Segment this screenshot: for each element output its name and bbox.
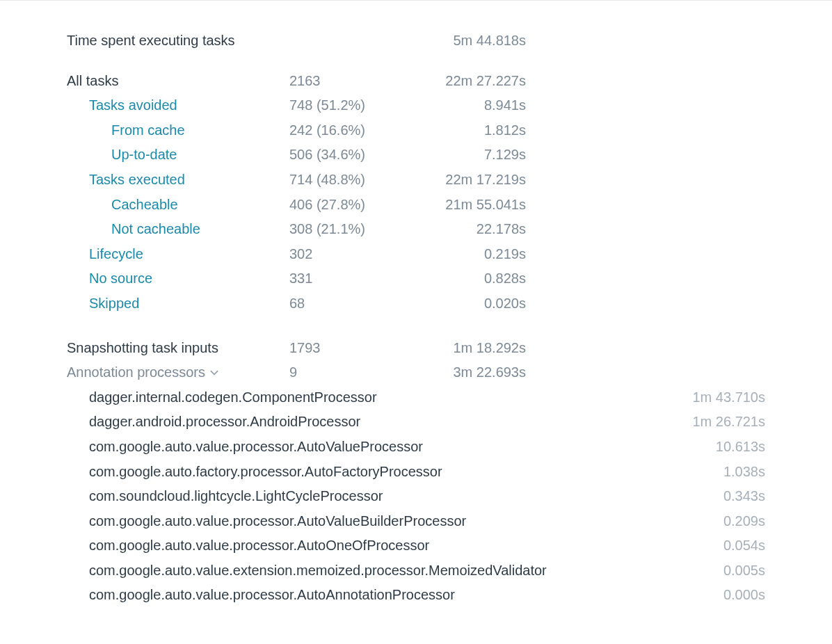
time-spent-row: Time spent executing tasks 5m 44.818s <box>67 29 765 54</box>
task-breakdown-time: 0.828s <box>442 266 526 291</box>
task-breakdown-row: Skipped680.020s <box>67 291 765 316</box>
all-tasks-count: 2163 <box>289 69 442 94</box>
task-breakdown-link[interactable]: Skipped <box>67 291 289 316</box>
annotation-processor-row: com.google.auto.value.extension.memoized… <box>67 558 765 583</box>
annotation-processor-row: com.soundcloud.lightcycle.LightCycleProc… <box>67 484 765 509</box>
task-breakdown-count: 242 (16.6%) <box>289 118 442 143</box>
annotation-processor-name: com.google.auto.value.processor.AutoOneO… <box>89 533 707 558</box>
task-breakdown-count: 308 (21.1%) <box>289 217 442 242</box>
task-breakdown-time: 22m 17.219s <box>442 168 526 193</box>
task-breakdown-row: Tasks executed714 (48.8%)22m 17.219s <box>67 168 765 193</box>
all-tasks-label: All tasks <box>67 69 289 94</box>
task-breakdown-link[interactable]: Up-to-date <box>67 143 289 168</box>
annotation-processor-row: com.google.auto.value.processor.AutoValu… <box>67 509 765 534</box>
task-breakdown-count: 714 (48.8%) <box>289 168 442 193</box>
task-breakdown-time: 0.020s <box>442 291 526 316</box>
time-spent-label: Time spent executing tasks <box>67 29 289 54</box>
task-breakdown-link[interactable]: Tasks executed <box>67 168 289 193</box>
task-breakdown-row: Lifecycle3020.219s <box>67 242 765 267</box>
annotation-processors-label-wrap[interactable]: Annotation processors <box>67 360 289 385</box>
task-breakdown-link[interactable]: Not cacheable <box>67 217 289 242</box>
annotation-processor-row: dagger.internal.codegen.ComponentProcess… <box>67 385 765 410</box>
annotation-processor-time: 0.209s <box>707 509 765 534</box>
task-breakdown-row: Cacheable406 (27.8%)21m 55.041s <box>67 193 765 218</box>
time-spent-value: 5m 44.818s <box>442 29 526 54</box>
annotation-processor-time: 1m 43.710s <box>675 385 765 410</box>
annotation-processor-time: 10.613s <box>699 435 765 460</box>
annotation-processor-name: dagger.android.processor.AndroidProcesso… <box>89 410 675 435</box>
task-breakdown-link[interactable]: Lifecycle <box>67 242 289 267</box>
annotation-processor-row: dagger.android.processor.AndroidProcesso… <box>67 410 765 435</box>
annotation-processors-label: Annotation processors <box>67 360 205 385</box>
task-breakdown-count: 748 (51.2%) <box>289 93 442 118</box>
task-breakdown-count: 331 <box>289 266 442 291</box>
task-breakdown-row: Tasks avoided748 (51.2%)8.941s <box>67 93 765 118</box>
snapshot-time: 1m 18.292s <box>442 336 526 361</box>
task-breakdown-count: 406 (27.8%) <box>289 193 442 218</box>
task-breakdown-count: 68 <box>289 291 442 316</box>
annotation-processor-row: com.google.auto.value.processor.AutoValu… <box>67 435 765 460</box>
task-breakdown-time: 8.941s <box>442 93 526 118</box>
annotation-processor-name: com.google.auto.value.extension.memoized… <box>89 558 707 583</box>
annotation-processor-time: 0.054s <box>707 533 765 558</box>
all-tasks-row: All tasks 2163 22m 27.227s <box>67 69 765 94</box>
task-breakdown-time: 21m 55.041s <box>442 193 526 218</box>
annotation-processor-time: 1.038s <box>707 460 765 485</box>
task-breakdown-count: 506 (34.6%) <box>289 143 442 168</box>
annotation-processor-time: 0.000s <box>707 583 765 608</box>
task-breakdown-row: No source3310.828s <box>67 266 765 291</box>
task-breakdown-row: Up-to-date506 (34.6%)7.129s <box>67 143 765 168</box>
chevron-down-icon <box>209 368 219 378</box>
task-breakdown-time: 1.812s <box>442 118 526 143</box>
task-breakdown-row: From cache242 (16.6%)1.812s <box>67 118 765 143</box>
snapshot-count: 1793 <box>289 336 442 361</box>
task-breakdown-time: 7.129s <box>442 143 526 168</box>
annotation-processor-name: com.soundcloud.lightcycle.LightCycleProc… <box>89 484 707 509</box>
task-breakdown-count: 302 <box>289 242 442 267</box>
build-timeline-panel: Time spent executing tasks 5m 44.818s Al… <box>0 0 832 641</box>
annotation-processor-time: 1m 26.721s <box>675 410 765 435</box>
task-breakdown-link[interactable]: Tasks avoided <box>67 93 289 118</box>
task-breakdown-time: 22.178s <box>442 217 526 242</box>
annotation-processor-name: com.google.auto.value.processor.AutoValu… <box>89 509 707 534</box>
task-breakdown-link[interactable]: From cache <box>67 118 289 143</box>
annotation-processor-name: com.google.auto.factory.processor.AutoFa… <box>89 460 707 485</box>
all-tasks-time: 22m 27.227s <box>442 69 526 94</box>
annotation-processor-time: 0.343s <box>707 484 765 509</box>
snapshot-row: Snapshotting task inputs 1793 1m 18.292s <box>67 336 765 361</box>
annotation-processors-count: 9 <box>289 360 442 385</box>
annotation-processors-time: 3m 22.693s <box>442 360 526 385</box>
annotation-processor-name: com.google.auto.value.processor.AutoAnno… <box>89 583 707 608</box>
annotation-processor-row: com.google.auto.value.processor.AutoOneO… <box>67 533 765 558</box>
annotation-processor-time: 0.005s <box>707 558 765 583</box>
task-breakdown-row: Not cacheable308 (21.1%)22.178s <box>67 217 765 242</box>
snapshot-label: Snapshotting task inputs <box>67 336 289 361</box>
annotation-processor-name: com.google.auto.value.processor.AutoValu… <box>89 435 699 460</box>
task-breakdown-time: 0.219s <box>442 242 526 267</box>
annotation-processor-row: com.google.auto.factory.processor.AutoFa… <box>67 460 765 485</box>
annotation-processor-name: dagger.internal.codegen.ComponentProcess… <box>89 385 675 410</box>
task-breakdown-link[interactable]: Cacheable <box>67 193 289 218</box>
task-breakdown-link[interactable]: No source <box>67 266 289 291</box>
annotation-processors-row[interactable]: Annotation processors 9 3m 22.693s <box>67 360 765 385</box>
annotation-processor-row: com.google.auto.value.processor.AutoAnno… <box>67 583 765 608</box>
